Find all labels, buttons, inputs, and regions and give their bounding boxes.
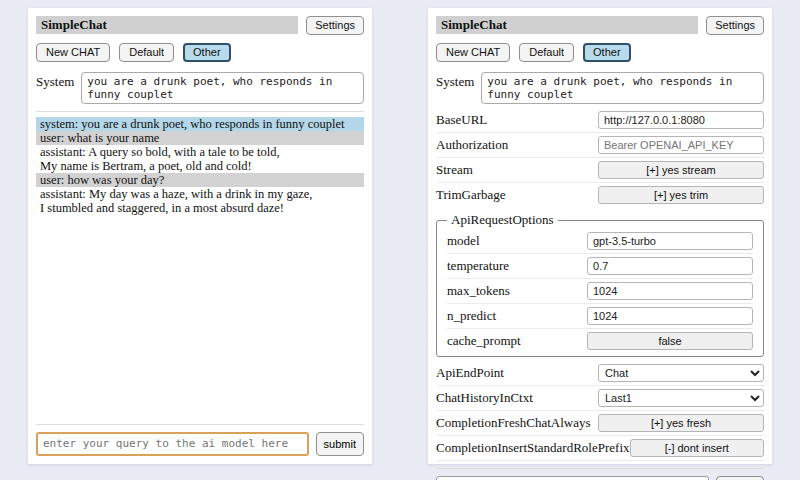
setting-row-completioninsertstandardroleprefix: CompletionInsertStandardRolePrefix [-] d… — [436, 436, 764, 461]
divider — [36, 424, 364, 425]
setting-label: ApiEndPoint — [436, 365, 598, 381]
chat-message-assistant: assistant: My day was a haze, with a dri… — [36, 187, 364, 215]
setting-label: CompletionFreshChatAlways — [436, 415, 598, 431]
n-predict-input[interactable] — [587, 307, 753, 325]
chathistoryinctxt-select[interactable]: Last1 — [598, 389, 764, 407]
setting-label: TrimGarbage — [436, 187, 598, 203]
settings-button[interactable]: Settings — [306, 16, 364, 35]
setting-label: BaseURL — [436, 112, 598, 128]
fieldset-legend: ApiRequestOptions — [447, 212, 558, 228]
query-bar: submit — [36, 432, 364, 456]
new-chat-button[interactable]: New CHAT — [436, 43, 510, 62]
api-request-options-fieldset: ApiRequestOptions model temperature max_… — [436, 212, 764, 357]
session-tab-other[interactable]: Other — [583, 43, 631, 62]
app-title: SimpleChat — [36, 16, 298, 34]
setting-row-baseurl: BaseURL — [436, 108, 764, 133]
settings-header: SimpleChat Settings — [436, 16, 764, 35]
system-prompt-input[interactable]: you are a drunk poet, who responds in fu… — [481, 72, 764, 104]
session-toolbar: New CHAT Default Other — [436, 43, 764, 62]
session-toolbar: New CHAT Default Other — [36, 43, 364, 62]
setting-row-authorization: Authorization — [436, 133, 764, 158]
chat-messages: system: you are a drunk poet, who respon… — [36, 117, 364, 215]
baseurl-input[interactable] — [598, 111, 764, 129]
setting-row-apiendpoint: ApiEndPoint Chat — [436, 361, 764, 386]
spacer — [36, 215, 364, 417]
chat-message-user: user: what is your name — [36, 131, 364, 145]
trimgarbage-toggle-button[interactable]: [+] yes trim — [598, 186, 764, 204]
new-chat-button[interactable]: New CHAT — [36, 43, 110, 62]
submit-button[interactable]: submit — [316, 432, 364, 456]
setting-label: ChatHistoryInCtxt — [436, 390, 598, 406]
setting-label: CompletionInsertStandardRolePrefix — [436, 440, 630, 456]
session-tab-default[interactable]: Default — [519, 43, 574, 62]
setting-label: model — [447, 233, 587, 249]
setting-row-n-predict: n_predict — [447, 304, 753, 329]
insertroleprefix-toggle-button[interactable]: [-] dont insert — [630, 439, 764, 457]
setting-label: Stream — [436, 162, 598, 178]
system-prompt-row: System you are a drunk poet, who respond… — [436, 72, 764, 104]
query-input[interactable] — [36, 432, 309, 456]
query-input[interactable] — [436, 476, 709, 480]
setting-row-temperature: temperature — [447, 254, 753, 279]
system-label: System — [436, 72, 474, 104]
model-input[interactable] — [587, 232, 753, 250]
temperature-input[interactable] — [587, 257, 753, 275]
stream-toggle-button[interactable]: [+] yes stream — [598, 161, 764, 179]
chat-message-user: user: how was your day? — [36, 173, 364, 187]
query-bar: submit — [436, 476, 764, 480]
system-prompt-input[interactable]: you are a drunk poet, who responds in fu… — [81, 72, 364, 104]
setting-row-chathistoryinctxt: ChatHistoryInCtxt Last1 — [436, 386, 764, 411]
settings-button[interactable]: Settings — [706, 16, 764, 35]
settings-list: BaseURL Authorization Stream [+] yes str… — [436, 108, 764, 461]
cache-prompt-toggle-button[interactable]: false — [587, 332, 753, 350]
completionfresh-toggle-button[interactable]: [+] yes fresh — [598, 414, 764, 432]
setting-row-max-tokens: max_tokens — [447, 279, 753, 304]
system-prompt-row: System you are a drunk poet, who respond… — [36, 72, 364, 104]
setting-row-model: model — [447, 229, 753, 254]
setting-label: temperature — [447, 258, 587, 274]
setting-label: n_predict — [447, 308, 587, 324]
setting-row-cache-prompt: cache_prompt false — [447, 329, 753, 353]
app-title: SimpleChat — [436, 16, 698, 34]
setting-row-completionfreshchatalways: CompletionFreshChatAlways [+] yes fresh — [436, 411, 764, 436]
submit-button[interactable]: submit — [716, 476, 764, 480]
chat-panel: SimpleChat Settings New CHAT Default Oth… — [28, 8, 372, 464]
session-tab-other[interactable]: Other — [183, 43, 231, 62]
apiendpoint-select[interactable]: Chat — [598, 364, 764, 382]
system-label: System — [36, 72, 74, 104]
setting-row-trimgarbage: TrimGarbage [+] yes trim — [436, 183, 764, 207]
setting-label: cache_prompt — [447, 333, 587, 349]
authorization-input[interactable] — [598, 136, 764, 154]
divider — [436, 468, 764, 469]
divider — [36, 111, 364, 112]
chat-message-assistant: assistant: A query so bold, with a tale … — [36, 145, 364, 173]
chat-header: SimpleChat Settings — [36, 16, 364, 35]
session-tab-default[interactable]: Default — [119, 43, 174, 62]
setting-label: Authorization — [436, 137, 598, 153]
chat-message-system: system: you are a drunk poet, who respon… — [36, 117, 364, 131]
settings-panel: SimpleChat Settings New CHAT Default Oth… — [428, 8, 772, 464]
max-tokens-input[interactable] — [587, 282, 753, 300]
setting-label: max_tokens — [447, 283, 587, 299]
setting-row-stream: Stream [+] yes stream — [436, 158, 764, 183]
